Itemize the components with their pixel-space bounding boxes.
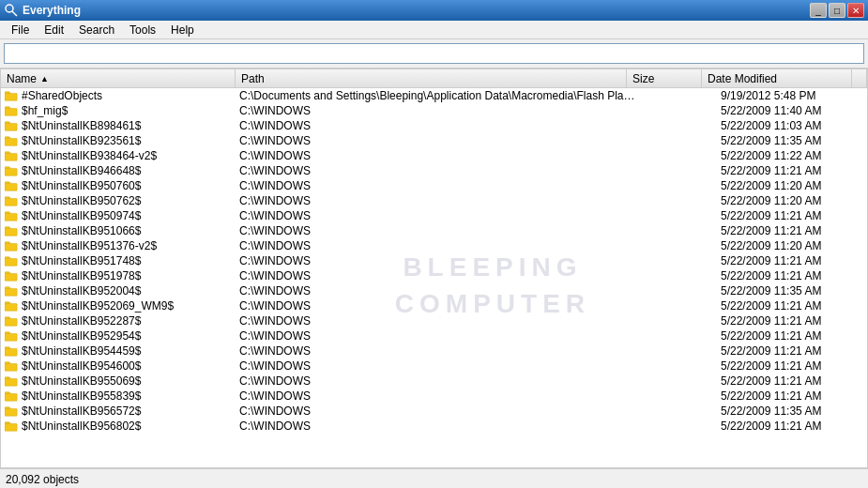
svg-rect-14 bbox=[5, 273, 17, 281]
table-row[interactable]: $NtUninstallKB952954$ C:\WINDOWS 5/22/20… bbox=[1, 328, 867, 343]
file-name: $NtUninstallKB951978$ bbox=[22, 268, 141, 283]
file-date-cell: 5/22/2009 11:40 AM bbox=[717, 103, 867, 118]
file-name-cell: $NtUninstallKB956572$ bbox=[1, 404, 236, 419]
file-path-cell: C:\WINDOWS bbox=[236, 148, 642, 163]
file-date-cell: 5/22/2009 11:21 AM bbox=[717, 328, 867, 343]
table-row[interactable]: $NtUninstallKB956802$ C:\WINDOWS 5/22/20… bbox=[1, 419, 867, 434]
file-name: $NtUninstallKB951376-v2$ bbox=[22, 238, 157, 253]
table-row[interactable]: $NtUninstallKB954600$ C:\WINDOWS 5/22/20… bbox=[1, 358, 867, 374]
file-path-cell: C:\WINDOWS bbox=[236, 313, 642, 328]
search-input[interactable] bbox=[4, 43, 864, 64]
status-text: 20,092 objects bbox=[6, 473, 79, 486]
table-row[interactable]: $NtUninstallKB950760$ C:\WINDOWS 5/22/20… bbox=[1, 178, 867, 193]
table-row[interactable]: $NtUninstallKB955839$ C:\WINDOWS 5/22/20… bbox=[1, 389, 867, 404]
file-name: $NtUninstallKB950762$ bbox=[22, 193, 141, 208]
file-date-cell: 5/22/2009 11:20 AM bbox=[717, 178, 867, 193]
table-row[interactable]: $NtUninstallKB946648$ C:\WINDOWS 5/22/20… bbox=[1, 163, 867, 178]
window-title: Everything bbox=[23, 4, 810, 17]
svg-rect-12 bbox=[5, 243, 17, 251]
file-name: $NtUninstallKB951748$ bbox=[22, 253, 141, 268]
file-name: $NtUninstallKB946648$ bbox=[22, 163, 141, 178]
svg-rect-24 bbox=[5, 423, 17, 431]
table-row[interactable]: $NtUninstallKB955069$ C:\WINDOWS 5/22/20… bbox=[1, 374, 867, 389]
table-row[interactable]: $NtUninstallKB951978$ C:\WINDOWS 5/22/20… bbox=[1, 268, 867, 283]
file-name-cell: $NtUninstallKB938464-v2$ bbox=[1, 148, 236, 163]
file-path-cell: C:\WINDOWS bbox=[236, 268, 642, 283]
svg-rect-16 bbox=[5, 303, 17, 311]
svg-rect-5 bbox=[5, 138, 17, 145]
col-header-path[interactable]: Path bbox=[236, 69, 627, 87]
file-name-cell: $NtUninstallKB951066$ bbox=[1, 223, 236, 238]
file-name-cell: $NtUninstallKB952287$ bbox=[1, 313, 236, 328]
file-name: $NtUninstallKB952287$ bbox=[22, 313, 141, 328]
table-row[interactable]: $NtUninstallKB898461$ C:\WINDOWS 5/22/20… bbox=[1, 118, 867, 133]
file-name-cell: $NtUninstallKB923561$ bbox=[1, 133, 236, 148]
svg-rect-4 bbox=[5, 123, 17, 130]
table-row[interactable]: $NtUninstallKB938464-v2$ C:\WINDOWS 5/22… bbox=[1, 148, 867, 163]
file-path-cell: C:\Documents and Settings\Bleeping\Appli… bbox=[236, 88, 642, 103]
file-name: $NtUninstallKB951066$ bbox=[22, 223, 141, 238]
file-date-cell: 5/22/2009 11:21 AM bbox=[717, 298, 867, 313]
table-row[interactable]: $NtUninstallKB952004$ C:\WINDOWS 5/22/20… bbox=[1, 283, 867, 298]
file-name-cell: $NtUninstallKB956802$ bbox=[1, 419, 236, 434]
col-header-name[interactable]: Name ▲ bbox=[1, 69, 236, 87]
status-bar: 20,092 objects bbox=[0, 468, 868, 488]
file-name: $NtUninstallKB954600$ bbox=[22, 358, 141, 374]
col-header-size[interactable]: Size bbox=[627, 69, 702, 87]
file-path-cell: C:\WINDOWS bbox=[236, 343, 642, 358]
svg-rect-19 bbox=[5, 348, 17, 356]
table-row[interactable]: $NtUninstallKB951748$ C:\WINDOWS 5/22/20… bbox=[1, 253, 867, 268]
search-bar bbox=[0, 39, 868, 69]
file-name-cell: $NtUninstallKB950760$ bbox=[1, 178, 236, 193]
file-name: $NtUninstallKB952069_WM9$ bbox=[22, 298, 174, 313]
svg-rect-17 bbox=[5, 318, 17, 326]
file-name-cell: $NtUninstallKB952069_WM9$ bbox=[1, 298, 236, 313]
file-date-cell: 5/22/2009 11:35 AM bbox=[717, 283, 867, 298]
table-row[interactable]: $NtUninstallKB950762$ C:\WINDOWS 5/22/20… bbox=[1, 193, 867, 208]
table-row[interactable]: $NtUninstallKB952069_WM9$ C:\WINDOWS 5/2… bbox=[1, 298, 867, 313]
file-path-cell: C:\WINDOWS bbox=[236, 298, 642, 313]
menu-tools[interactable]: Tools bbox=[122, 22, 163, 38]
table-row[interactable]: $NtUninstallKB951376-v2$ C:\WINDOWS 5/22… bbox=[1, 238, 867, 253]
file-date-cell: 5/22/2009 11:03 AM bbox=[717, 118, 867, 133]
menu-search[interactable]: Search bbox=[71, 22, 122, 38]
file-name-cell: $NtUninstallKB954600$ bbox=[1, 358, 236, 374]
table-row[interactable]: $NtUninstallKB952287$ C:\WINDOWS 5/22/20… bbox=[1, 313, 867, 328]
file-name: $NtUninstallKB952004$ bbox=[22, 283, 141, 298]
file-name: $NtUninstallKB955069$ bbox=[22, 374, 141, 389]
close-button[interactable]: ✕ bbox=[847, 3, 864, 18]
menu-help[interactable]: Help bbox=[163, 22, 202, 38]
col-header-date[interactable]: Date Modified bbox=[702, 69, 852, 87]
menu-edit[interactable]: Edit bbox=[37, 22, 71, 38]
table-row[interactable]: $NtUninstallKB956572$ C:\WINDOWS 5/22/20… bbox=[1, 404, 867, 419]
file-path-cell: C:\WINDOWS bbox=[236, 103, 642, 118]
table-row[interactable]: $NtUninstallKB954459$ C:\WINDOWS 5/22/20… bbox=[1, 343, 867, 358]
file-path-cell: C:\WINDOWS bbox=[236, 374, 642, 389]
file-name-cell: $NtUninstallKB951978$ bbox=[1, 268, 236, 283]
svg-line-1 bbox=[12, 11, 17, 16]
file-name: $NtUninstallKB950760$ bbox=[22, 178, 141, 193]
file-date-cell: 5/22/2009 11:20 AM bbox=[717, 193, 867, 208]
app-icon bbox=[4, 3, 19, 18]
table-row[interactable]: $NtUninstallKB951066$ C:\WINDOWS 5/22/20… bbox=[1, 223, 867, 238]
col-header-scrollbar-spacer bbox=[852, 69, 867, 87]
table-row[interactable]: $NtUninstallKB950974$ C:\WINDOWS 5/22/20… bbox=[1, 208, 867, 223]
svg-rect-13 bbox=[5, 258, 17, 266]
maximize-button[interactable]: □ bbox=[829, 3, 845, 18]
file-date-cell: 5/22/2009 11:22 AM bbox=[717, 148, 867, 163]
file-name-cell: $NtUninstallKB950974$ bbox=[1, 208, 236, 223]
file-list[interactable]: #SharedObjects C:\Documents and Settings… bbox=[1, 88, 867, 467]
file-date-cell: 5/22/2009 11:35 AM bbox=[717, 133, 867, 148]
table-row[interactable]: $NtUninstallKB923561$ C:\WINDOWS 5/22/20… bbox=[1, 133, 867, 148]
menu-file[interactable]: File bbox=[4, 22, 37, 38]
table-row[interactable]: #SharedObjects C:\Documents and Settings… bbox=[1, 88, 867, 103]
table-row[interactable]: $hf_mig$ C:\WINDOWS 5/22/2009 11:40 AM bbox=[1, 103, 867, 118]
svg-rect-22 bbox=[5, 393, 17, 401]
file-name-cell: $NtUninstallKB946648$ bbox=[1, 163, 236, 178]
svg-rect-3 bbox=[5, 108, 17, 115]
svg-rect-7 bbox=[5, 168, 17, 175]
file-name-cell: $NtUninstallKB951748$ bbox=[1, 253, 236, 268]
minimize-button[interactable]: _ bbox=[810, 3, 827, 18]
file-name-cell: $NtUninstallKB952954$ bbox=[1, 328, 236, 343]
svg-rect-10 bbox=[5, 213, 17, 221]
